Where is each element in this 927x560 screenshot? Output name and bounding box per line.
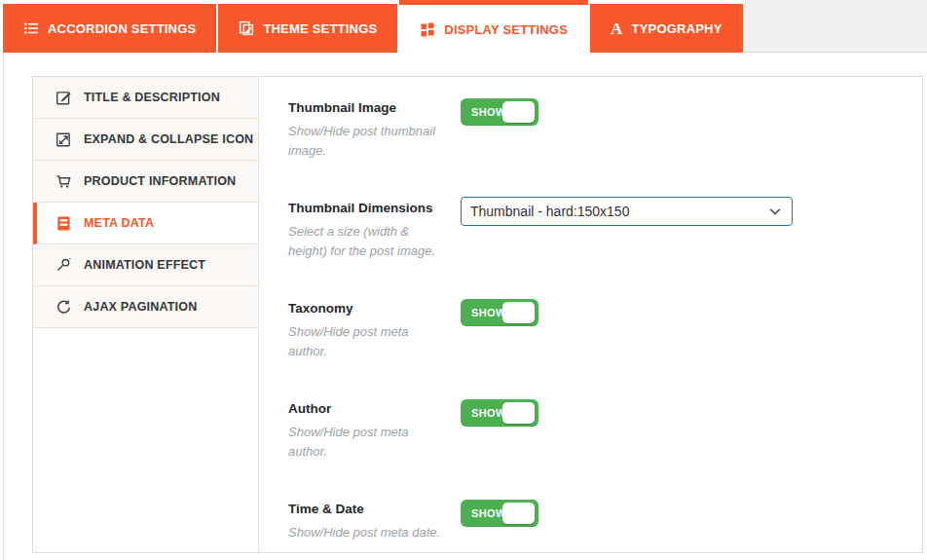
setting-row-thumbnail-dimensions: Thumbnail Dimensions Select a size (widt… [288,199,922,299]
thumbnail-dimensions-select[interactable]: Thumbnail - hard:150x150 [461,197,793,226]
sidebar-item-label: TITLE & DESCRIPTION [84,91,220,104]
chevron-down-icon [767,204,783,219]
sidebar-item-meta-data[interactable]: META DATA [33,203,258,244]
setting-description: Show/Hide post thumbnail image. [288,122,461,161]
sidebar-item-label: AJAX PAGINATION [84,300,197,314]
tab-label: DISPLAY SETTINGS [444,22,568,37]
tab-display-settings[interactable]: DISPLAY SETTINGS [399,0,588,54]
setting-label: Thumbnail Dimensions [288,199,461,215]
tab-typography[interactable]: A TYPOGRAPHY [590,4,743,53]
setting-label: Author [288,399,461,416]
sidebar-item-title-description[interactable]: TITLE & DESCRIPTION [33,77,258,119]
tab-label: THEME SETTINGS [263,21,377,36]
tab-label: ACCORDION SETTINGS [48,21,196,36]
toggle-label: SHOW [471,307,506,318]
setting-description: Show/Hide post meta author. [288,322,461,361]
expand-icon [56,131,72,148]
taxonomy-toggle[interactable]: SHOW [461,299,538,326]
setting-label: Taxonomy [288,299,461,316]
author-toggle[interactable]: SHOW [461,399,538,427]
toggle-knob [502,503,535,524]
setting-description: Select a size (width & height) for the p… [288,222,461,261]
toggle-label: SHOW [471,507,506,519]
setting-row-author: Author Show/Hide post meta author. SHOW [288,399,922,500]
toggle-knob [502,402,535,424]
toggle-label: SHOW [471,407,506,419]
toggle-knob [502,302,535,323]
time-date-toggle[interactable]: SHOW [461,500,538,527]
list-icon [23,20,39,36]
sidebar-item-product-information[interactable]: PRODUCT INFORMATION [33,161,258,203]
tab-theme-settings[interactable]: THEME SETTINGS [218,4,397,53]
tab-accordion-settings[interactable]: ACCORDION SETTINGS [3,4,216,53]
setting-description: Show/Hide post meta date. [288,523,461,542]
select-value: Thumbnail - hard:150x150 [470,204,629,219]
tabbar-filler [745,0,927,53]
toggle-label: SHOW [471,106,506,118]
sidebar-item-label: EXPAND & COLLAPSE ICON [84,132,253,146]
sidebar-item-label: META DATA [84,216,154,230]
setting-label: Thumbnail Image [288,98,461,115]
tab-label: TYPOGRAPHY [632,21,723,36]
thumbnail-image-toggle[interactable]: SHOW [461,98,538,126]
sidebar-item-ajax-pagination[interactable]: AJAX PAGINATION [33,286,258,328]
sidebar-item-label: ANIMATION EFFECT [84,258,205,272]
cart-icon [56,173,72,190]
sidebar-item-expand-collapse-icon[interactable]: EXPAND & COLLAPSE ICON [33,119,258,161]
settings-sidebar: TITLE & DESCRIPTION EXPAND & COLLAPSE IC… [33,77,259,552]
toggle-knob [502,101,535,123]
setting-row-taxonomy: Taxonomy Show/Hide post meta author. SHO… [288,299,922,399]
refresh-icon [56,299,72,316]
meta-book-icon [56,215,72,232]
magic-wand-icon [56,257,72,274]
settings-tabbar: ACCORDION SETTINGS THEME SETTINGS DISPLA… [3,0,927,54]
sidebar-item-label: PRODUCT INFORMATION [84,174,236,188]
setting-description: Show/Hide post meta author. [288,423,461,462]
display-settings-panel: TITLE & DESCRIPTION EXPAND & COLLAPSE IC… [32,76,923,553]
settings-content: Thumbnail Image Show/Hide post thumbnail… [259,77,922,552]
sidebar-item-animation-effect[interactable]: ANIMATION EFFECT [33,244,258,286]
grid-icon [420,21,435,37]
theme-icon [239,20,254,36]
setting-row-thumbnail-image: Thumbnail Image Show/Hide post thumbnail… [288,98,922,199]
typography-icon: A [611,20,622,37]
setting-row-time-date: Time & Date Show/Hide post meta date. SH… [288,500,922,552]
edit-icon [56,90,72,106]
page-left-border [3,53,4,560]
setting-label: Time & Date [288,500,461,516]
